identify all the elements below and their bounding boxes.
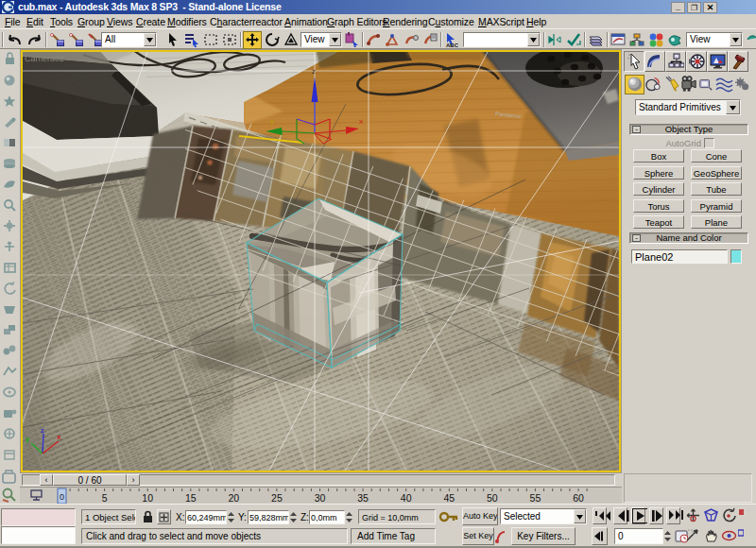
svg-text:15: 15 <box>185 492 197 504</box>
svg-text:ABC: ABC <box>446 43 459 47</box>
svg-text:10: 10 <box>142 492 153 504</box>
svg-text:z: z <box>41 426 44 435</box>
svg-text:25: 25 <box>271 492 283 504</box>
svg-text:y: y <box>270 117 274 126</box>
svg-text:60: 60 <box>573 492 584 504</box>
svg-text:30: 30 <box>315 492 326 504</box>
svg-text:z: z <box>312 67 316 76</box>
svg-text:x: x <box>57 433 61 441</box>
svg-text:35: 35 <box>357 492 369 504</box>
svg-text:Camera02: Camera02 <box>25 54 64 63</box>
svg-text:x: x <box>359 117 363 126</box>
svg-text:40: 40 <box>401 492 412 504</box>
svg-text:0: 0 <box>60 492 64 502</box>
svg-text:45: 45 <box>443 492 455 504</box>
svg-text:5: 5 <box>102 492 108 504</box>
svg-text:50: 50 <box>487 492 498 504</box>
svg-text:20: 20 <box>228 492 239 504</box>
svg-text:y: y <box>26 435 30 443</box>
svg-text:55: 55 <box>530 492 541 504</box>
